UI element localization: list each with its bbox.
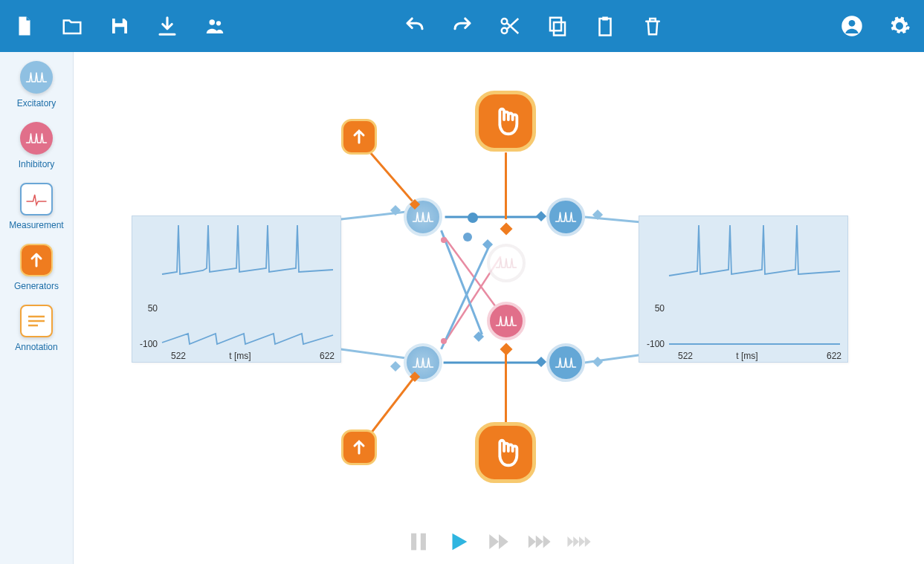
svg-line-18 (341, 349, 407, 358)
tool-label: Annotation (15, 342, 57, 352)
svg-rect-8 (599, 19, 610, 36)
svg-rect-31 (411, 534, 416, 551)
stimulus-node-bottom[interactable] (475, 422, 536, 483)
measurement-plot-right[interactable]: 50 -100 522 622 t [ms] (639, 215, 848, 363)
y-axis-lo: -100 (647, 339, 665, 349)
account-button[interactable] (841, 15, 863, 37)
group-icon (204, 15, 226, 37)
generator-node-bottom[interactable] (341, 430, 377, 465)
file-icon (13, 15, 36, 37)
person-circle-icon (841, 15, 863, 37)
redo-button[interactable] (451, 15, 474, 37)
synapse-diamond (390, 361, 401, 372)
synapse-diamond (500, 223, 513, 236)
save-button[interactable] (109, 15, 131, 37)
fast-button[interactable] (486, 529, 511, 557)
generator-icon (20, 244, 53, 276)
tool-label: Inhibitory (19, 159, 55, 169)
copy-icon (546, 15, 569, 37)
y-axis-hi: 50 (655, 303, 665, 314)
excitatory-node-dim[interactable] (487, 244, 526, 282)
tool-palette: Excitatory Inhibitory Measurement Genera… (0, 52, 74, 564)
play-button[interactable] (446, 529, 471, 557)
cut-button[interactable] (499, 15, 521, 37)
excitatory-node-icon (20, 61, 53, 94)
download-icon (156, 15, 178, 37)
tool-annotation[interactable]: Annotation (15, 305, 57, 352)
fast-forward-icon (486, 529, 511, 554)
synapse-diamond (536, 357, 546, 367)
svg-rect-30 (639, 216, 847, 362)
pause-icon (406, 529, 431, 554)
inhibitory-node[interactable] (487, 302, 526, 340)
svg-rect-9 (602, 17, 608, 21)
copy-button[interactable] (546, 15, 569, 37)
new-button[interactable] (13, 15, 36, 37)
measurement-icon (20, 183, 53, 215)
x-axis-hi: 622 (827, 351, 841, 361)
redo-icon (451, 15, 474, 37)
svg-point-2 (210, 19, 216, 25)
synapse-diamond (500, 343, 513, 356)
pause-button[interactable] (406, 529, 431, 557)
x-axis-label: t [ms] (736, 351, 757, 361)
fast-forward-2-icon (526, 529, 552, 554)
y-axis-hi: 50 (148, 303, 158, 314)
synapse-dot (463, 233, 472, 242)
download-button[interactable] (156, 15, 178, 37)
inhibitory-node-icon (20, 122, 53, 155)
open-button[interactable] (61, 15, 83, 37)
y-axis-lo: -100 (140, 339, 158, 349)
x-axis-label: t [ms] (229, 351, 251, 361)
svg-point-3 (216, 21, 221, 25)
svg-line-28 (442, 230, 482, 334)
tool-inhibitory[interactable]: Inhibitory (19, 122, 55, 169)
svg-rect-32 (421, 534, 426, 551)
tool-label: Measurement (9, 220, 63, 230)
measurement-plot-left[interactable]: 50 -100 522 622 t [ms] (132, 215, 341, 363)
synapse-diamond (592, 357, 603, 367)
x-axis-hi: 622 (320, 351, 335, 361)
svg-rect-0 (115, 19, 123, 23)
svg-rect-7 (550, 18, 561, 31)
synapse-dot (441, 237, 447, 243)
synapse-diamond (474, 331, 484, 342)
tool-label: Generators (14, 281, 59, 291)
svg-rect-1 (115, 27, 125, 33)
paste-button[interactable] (594, 15, 616, 37)
playback-controls (74, 529, 924, 557)
settings-button[interactable] (888, 15, 911, 37)
undo-button[interactable] (404, 15, 426, 37)
clipboard-icon (594, 15, 616, 37)
svg-point-11 (849, 20, 856, 27)
tool-label: Excitatory (17, 98, 56, 108)
undo-icon (404, 15, 426, 37)
faster-button[interactable] (526, 529, 552, 557)
fastest-button[interactable] (566, 529, 592, 557)
svg-rect-29 (132, 216, 340, 362)
share-button[interactable] (204, 15, 226, 37)
network-canvas[interactable]: 50 -100 522 622 t [ms] 50 -100 522 622 t… (74, 52, 924, 564)
synapse-diamond (536, 211, 546, 221)
gear-icon (888, 15, 911, 37)
tool-excitatory[interactable]: Excitatory (17, 61, 56, 108)
delete-button[interactable] (642, 15, 664, 37)
generator-node-top[interactable] (341, 119, 377, 155)
excitatory-node-d[interactable] (546, 343, 585, 382)
top-toolbar (0, 0, 924, 52)
x-axis-lo: 522 (171, 351, 186, 361)
synapse-diamond (482, 239, 493, 250)
play-icon (446, 529, 471, 554)
synapse-dot (468, 213, 478, 223)
svg-line-21 (367, 149, 416, 204)
trash-icon (642, 15, 664, 37)
folder-icon (61, 15, 83, 37)
stimulus-node-top[interactable] (475, 91, 536, 152)
excitatory-node-b[interactable] (546, 198, 585, 236)
tool-measurement[interactable]: Measurement (9, 183, 63, 230)
tool-generators[interactable]: Generators (14, 244, 59, 291)
synapse-diamond (592, 210, 603, 220)
synapse-diamond (390, 205, 401, 215)
svg-rect-6 (554, 22, 565, 36)
save-icon (109, 15, 131, 37)
